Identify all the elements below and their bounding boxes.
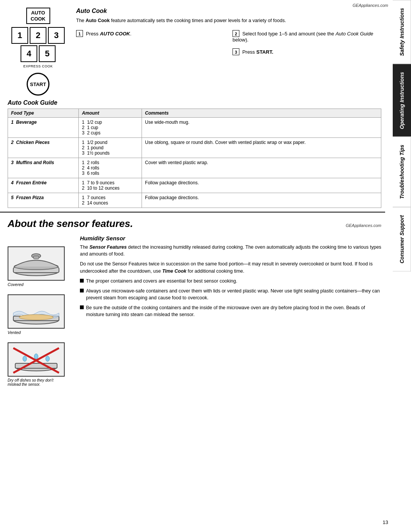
sensor-section: About the sensor features. GEAppliances.… bbox=[0, 212, 393, 390]
covered-dish-svg bbox=[10, 248, 63, 279]
comment-2: Use oblong, square or round dish. Cover … bbox=[142, 138, 381, 158]
keypad-btn-5[interactable]: 5 bbox=[39, 45, 56, 62]
dry-dish-svg bbox=[10, 344, 63, 375]
bullet-icon-3 bbox=[80, 305, 84, 309]
dry-off-image-block: Dry off dishes so they don't mislead the… bbox=[8, 342, 72, 387]
table-row: 3 Muffins and Rolls 1 2 rolls2 4 rolls3 … bbox=[8, 158, 381, 178]
sensor-text-column: Humidity Sensor The Sensor Features dete… bbox=[80, 235, 381, 387]
main-content: AUTO COOK 1 2 3 4 5 EXPRESS COOK START A… bbox=[0, 0, 393, 532]
vented-image bbox=[8, 294, 65, 329]
dry-caption: Dry off dishes so they don't mislead the… bbox=[8, 378, 65, 387]
steps-left: 1 Press AUTO COOK. bbox=[76, 30, 225, 55]
step1: 1 Press AUTO COOK. bbox=[76, 30, 225, 37]
auto-cook-title: Auto Cook bbox=[76, 8, 381, 14]
food-type-4: 4 Frozen Entrée bbox=[8, 178, 79, 193]
amount-1: 1 1/2 cup2 1 cup3 2 cups bbox=[79, 118, 142, 138]
bullet-item-3: Be sure the outside of the cooking conta… bbox=[80, 304, 381, 318]
svg-point-11 bbox=[34, 354, 38, 359]
tab-troubleshooting-tips[interactable]: Troubleshooting Tips bbox=[393, 137, 411, 207]
covered-caption: Covered bbox=[8, 282, 24, 287]
auto-cook-keypad-label: AUTO COOK bbox=[26, 8, 50, 24]
express-cook-label: EXPRESS COOK bbox=[23, 64, 53, 68]
food-type-2: 2 Chicken Pieces bbox=[8, 138, 79, 158]
auto-cook-section: AUTO COOK 1 2 3 4 5 EXPRESS COOK START A… bbox=[0, 0, 393, 99]
vented-caption: Vented bbox=[8, 330, 21, 335]
comment-3: Cover with vented plastic wrap. bbox=[142, 158, 381, 178]
sensor-para1: The Sensor Features detect the increasin… bbox=[80, 244, 381, 257]
humidity-sensor-title: Humidity Sensor bbox=[80, 235, 381, 241]
amount-2: 1 1/2 pound2 1 pound3 1½ pounds bbox=[79, 138, 142, 158]
table-row: 4 Frozen Entrée 1 7 to 9 ounces2 10 to 1… bbox=[8, 178, 381, 193]
step2-text: Select food type 1–5 and amount (see the… bbox=[233, 31, 373, 43]
bullet-text-2: Always use microwave-safe containers and… bbox=[86, 288, 381, 301]
keypad-btn-2[interactable]: 2 bbox=[30, 27, 46, 44]
sensor-para2: Do not use the Sensor Features twice in … bbox=[80, 260, 381, 274]
keypad-row-top: 1 2 3 bbox=[11, 27, 65, 44]
amount-4: 1 7 to 9 ounces2 10 to 12 ounces bbox=[79, 178, 142, 193]
bullet-text-1: The proper containers and covers are ess… bbox=[86, 278, 237, 284]
start-button[interactable]: START bbox=[27, 73, 49, 96]
col-comments: Comments bbox=[142, 109, 381, 118]
bullet-icon-2 bbox=[80, 289, 84, 292]
svg-point-7 bbox=[19, 315, 53, 320]
food-type-1: 1 Beverage bbox=[8, 118, 79, 138]
keypad-btn-3[interactable]: 3 bbox=[48, 27, 65, 44]
keypad-illustration: AUTO COOK 1 2 3 4 5 EXPRESS COOK START bbox=[8, 8, 68, 96]
table-row: 5 Frozen Pizza 1 7 ounces2 14 ounces Fol… bbox=[8, 193, 381, 208]
food-type-3: 3 Muffins and Rolls bbox=[8, 158, 79, 178]
step2-number: 2 bbox=[233, 30, 239, 37]
step3-number: 3 bbox=[233, 48, 239, 55]
step3-text: Press START. bbox=[242, 49, 273, 55]
steps-right: 2 Select food type 1–5 and amount (see t… bbox=[233, 30, 381, 55]
table-row: 1 Beverage 1 1/2 cup2 1 cup3 2 cups Use … bbox=[8, 118, 381, 138]
tab-consumer-support[interactable]: Consumer Support bbox=[393, 207, 411, 272]
svg-rect-4 bbox=[33, 256, 39, 259]
food-type-5: 5 Frozen Pizza bbox=[8, 193, 79, 208]
page-number: 13 bbox=[383, 519, 388, 525]
tab-operating-instructions[interactable]: Operating Instructions bbox=[393, 64, 411, 137]
keypad-btn-4[interactable]: 4 bbox=[21, 45, 37, 62]
bullet-text-3: Be sure the outside of the cooking conta… bbox=[86, 304, 381, 318]
side-tab-strip: Safety Instructions Operating Instructio… bbox=[393, 0, 411, 532]
step1-number: 1 bbox=[76, 30, 83, 37]
step3: 3 Press START. bbox=[233, 48, 381, 55]
comment-4: Follow package directions. bbox=[142, 178, 381, 193]
svg-point-10 bbox=[23, 356, 27, 361]
step1-text: Press AUTO COOK. bbox=[86, 31, 132, 37]
bullet-item-1: The proper containers and covers are ess… bbox=[80, 278, 381, 284]
covered-image bbox=[8, 246, 65, 281]
bullet-icon-1 bbox=[80, 279, 84, 283]
comment-5: Follow package directions. bbox=[142, 193, 381, 208]
vented-dish-svg bbox=[10, 296, 63, 327]
vented-image-block: Vented bbox=[8, 294, 72, 335]
col-food-type: Food Type bbox=[8, 109, 79, 118]
svg-point-12 bbox=[46, 356, 49, 361]
sensor-main-title: About the sensor features. bbox=[8, 218, 133, 230]
guide-title: Auto Cook Guide bbox=[8, 99, 381, 106]
steps-row: 1 Press AUTO COOK. 2 Select food type 1–… bbox=[76, 30, 381, 55]
auto-cook-intro: The Auto Cook feature automatically sets… bbox=[76, 18, 381, 24]
auto-cook-guide-section: Auto Cook Guide Food Type Amount Comment… bbox=[0, 99, 393, 212]
website-sensor: GEAppliances.com bbox=[346, 223, 381, 228]
keypad-row-bottom: 4 5 bbox=[21, 45, 56, 62]
col-amount: Amount bbox=[79, 109, 142, 118]
step2: 2 Select food type 1–5 and amount (see t… bbox=[233, 30, 381, 43]
bullet-item-2: Always use microwave-safe containers and… bbox=[80, 288, 381, 301]
table-row: 2 Chicken Pieces 1 1/2 pound2 1 pound3 1… bbox=[8, 138, 381, 158]
covered-image-block: Covered bbox=[8, 246, 72, 287]
tab-safety-instructions[interactable]: Safety Instructions bbox=[393, 0, 411, 64]
amount-3: 1 2 rolls2 4 rolls3 6 rolls bbox=[79, 158, 142, 178]
dry-image bbox=[8, 342, 65, 377]
cook-guide-table: Food Type Amount Comments 1 Beverage 1 1… bbox=[8, 109, 381, 208]
amount-5: 1 7 ounces2 14 ounces bbox=[79, 193, 142, 208]
keypad-btn-1[interactable]: 1 bbox=[11, 27, 28, 44]
auto-cook-description: Auto Cook The Auto Cook feature automati… bbox=[76, 8, 381, 96]
sensor-title-row: About the sensor features. GEAppliances.… bbox=[8, 218, 381, 231]
sensor-images-column: Covered V bbox=[8, 235, 72, 387]
comment-1: Use wide-mouth mug. bbox=[142, 118, 381, 138]
sensor-content: Covered V bbox=[8, 235, 381, 387]
